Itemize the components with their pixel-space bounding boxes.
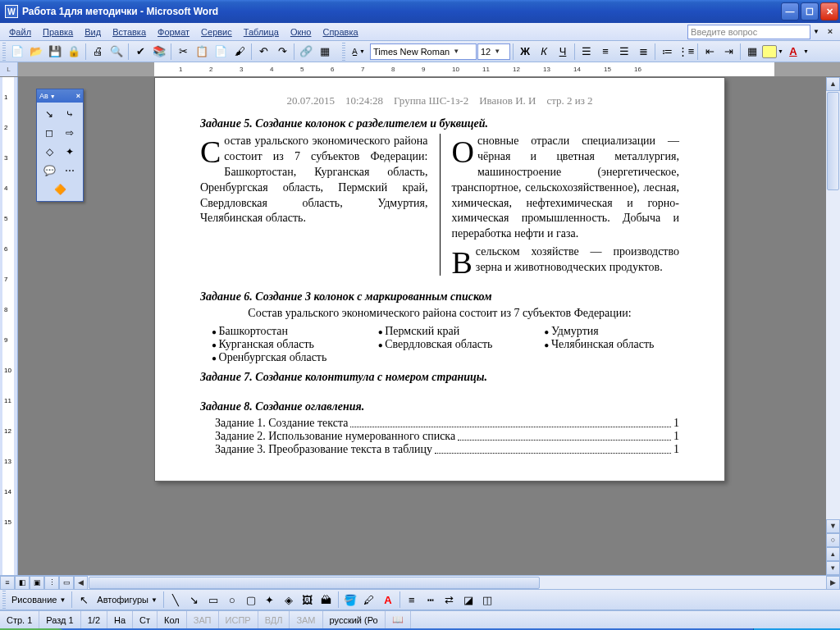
- menu-help[interactable]: Справка: [317, 25, 363, 39]
- prev-page-button[interactable]: ▴: [826, 547, 840, 561]
- floater-titlebar[interactable]: Ав▼ ×: [37, 89, 83, 103]
- menu-file[interactable]: Файл: [3, 25, 37, 39]
- highlight-button[interactable]: [762, 45, 777, 58]
- menu-format[interactable]: Формат: [152, 25, 195, 39]
- status-trk[interactable]: ИСПР: [219, 611, 258, 628]
- status-spellcheck-icon[interactable]: 📖: [386, 611, 411, 628]
- shape-callouts-icon[interactable]: 💬: [39, 162, 59, 180]
- arrow-button[interactable]: ↘: [185, 591, 203, 609]
- maximize-button[interactable]: ☐: [801, 2, 819, 21]
- shape-flowchart-icon[interactable]: ◇: [39, 143, 59, 161]
- menu-window[interactable]: Окно: [285, 25, 317, 39]
- picture-button[interactable]: 🏔: [317, 591, 336, 609]
- rectangle-button[interactable]: ▭: [204, 591, 222, 609]
- reading-view-button[interactable]: ▭: [59, 576, 74, 590]
- help-search-input[interactable]: [687, 25, 810, 39]
- horizontal-ruler[interactable]: L 12345678910111213141516: [0, 62, 840, 77]
- hscroll-thumb[interactable]: [89, 577, 540, 589]
- open-button[interactable]: 📂: [27, 43, 45, 61]
- tables-button[interactable]: ▦: [316, 43, 334, 61]
- scroll-up-button[interactable]: ▲: [826, 77, 840, 91]
- clipart-button[interactable]: 🖼: [299, 591, 317, 609]
- cut-button[interactable]: ✂: [174, 43, 192, 61]
- align-center-button[interactable]: ≡: [596, 43, 614, 61]
- fill-color-button[interactable]: 🪣: [341, 591, 359, 609]
- menu-table[interactable]: Таблица: [238, 25, 285, 39]
- print-preview-button[interactable]: 🔍: [107, 43, 126, 61]
- vertical-ruler[interactable]: 123456789101112131415: [0, 77, 18, 575]
- font-color-button[interactable]: A: [784, 43, 802, 61]
- print-layout-view-button[interactable]: ▣: [30, 576, 44, 590]
- status-rec[interactable]: ЗАП: [187, 611, 219, 628]
- oval-button[interactable]: ○: [223, 591, 241, 609]
- justify-button[interactable]: ≣: [634, 43, 652, 61]
- shape-block-arrows-icon[interactable]: ⇨: [60, 124, 80, 142]
- line-style-button[interactable]: ≡: [403, 591, 421, 609]
- redo-button[interactable]: ↷: [273, 43, 291, 61]
- status-ovr[interactable]: ЗАМ: [290, 611, 322, 628]
- decrease-indent-button[interactable]: ⇤: [701, 43, 719, 61]
- new-doc-button[interactable]: 📄: [8, 43, 26, 61]
- permission-button[interactable]: 🔒: [65, 43, 83, 61]
- minimize-button[interactable]: —: [781, 2, 799, 21]
- line-color-button[interactable]: 🖊: [360, 591, 378, 609]
- dash-style-button[interactable]: ┅: [422, 591, 440, 609]
- textbox-button[interactable]: ▢: [242, 591, 260, 609]
- bold-button[interactable]: Ж: [516, 43, 534, 61]
- menu-view[interactable]: Вид: [79, 25, 107, 39]
- autoshapes-floater[interactable]: Ав▼ × ↘ ⤷ ◻ ⇨ ◇ ✦ 💬 ⋯ 🔶: [36, 89, 84, 202]
- outline-view-button[interactable]: ⋮: [44, 576, 59, 590]
- hyperlink-button[interactable]: 🔗: [297, 43, 315, 61]
- line-button[interactable]: ╲: [167, 591, 185, 609]
- floater-close-icon[interactable]: ×: [76, 92, 80, 100]
- shape-stars-icon[interactable]: ✦: [60, 143, 80, 161]
- bullet-list-button[interactable]: ⋮≡: [677, 43, 695, 61]
- status-lang[interactable]: русский (Ро: [323, 611, 386, 628]
- italic-button[interactable]: К: [535, 43, 553, 61]
- normal-view-button[interactable]: ≡: [0, 576, 15, 590]
- status-ext[interactable]: ВДЛ: [258, 611, 290, 628]
- menu-insert[interactable]: Вставка: [107, 25, 152, 39]
- menu-tools[interactable]: Сервис: [195, 25, 238, 39]
- font-combo[interactable]: Times New Roman▼: [370, 43, 477, 60]
- shadow-button[interactable]: ◪: [459, 591, 477, 609]
- web-view-button[interactable]: ◧: [15, 576, 30, 590]
- shape-other-icon[interactable]: 🔶: [39, 180, 80, 199]
- save-button[interactable]: 💾: [46, 43, 64, 61]
- close-button[interactable]: ✕: [820, 2, 838, 21]
- numbered-list-button[interactable]: ≔: [658, 43, 676, 61]
- next-page-button[interactable]: ▾: [826, 561, 840, 575]
- align-left-button[interactable]: ☰: [578, 43, 596, 61]
- research-button[interactable]: 📚: [150, 43, 168, 61]
- select-objects-button[interactable]: ↖: [75, 591, 93, 609]
- drawing-menu[interactable]: Рисование▼: [8, 595, 69, 605]
- shape-connectors-icon[interactable]: ⤷: [60, 105, 80, 123]
- document-viewport[interactable]: Ав▼ × ↘ ⤷ ◻ ⇨ ◇ ✦ 💬 ⋯ 🔶 20.07.2015 10:24…: [18, 77, 826, 575]
- font-size-combo[interactable]: 12▼: [477, 43, 510, 60]
- arrow-style-button[interactable]: ⇄: [441, 591, 459, 609]
- print-button[interactable]: 🖨: [89, 43, 107, 61]
- shape-lines-icon[interactable]: ↘: [39, 105, 59, 123]
- paste-button[interactable]: 📄: [212, 43, 230, 61]
- scroll-down-button[interactable]: ▼: [826, 519, 840, 533]
- shape-more-icon[interactable]: ⋯: [60, 162, 80, 180]
- menu-edit[interactable]: Правка: [37, 25, 79, 39]
- font-color-button2[interactable]: A: [379, 591, 397, 609]
- close-document-button[interactable]: ×: [824, 25, 837, 39]
- hscroll-left-button[interactable]: ◀: [74, 576, 88, 590]
- underline-button[interactable]: Ч: [554, 43, 572, 61]
- shape-basic-icon[interactable]: ◻: [39, 124, 59, 142]
- select-browse-object-button[interactable]: ○: [826, 533, 840, 547]
- borders-button[interactable]: ▦: [743, 43, 761, 61]
- style-dropdown[interactable]: A̲▼: [348, 43, 369, 61]
- 3d-button[interactable]: ◫: [478, 591, 496, 609]
- increase-indent-button[interactable]: ⇥: [719, 43, 737, 61]
- document-page[interactable]: 20.07.2015 10:24:28 Группа ШС-1з-2 Ивано…: [154, 77, 725, 482]
- scroll-thumb[interactable]: [827, 92, 839, 190]
- align-right-button[interactable]: ☰: [615, 43, 633, 61]
- hscroll-right-button[interactable]: ▶: [826, 576, 840, 590]
- copy-button[interactable]: 📋: [193, 43, 211, 61]
- format-painter-button[interactable]: 🖌: [231, 43, 249, 61]
- hscroll-track[interactable]: [88, 576, 826, 589]
- vertical-scrollbar[interactable]: ▲ ▼ ○ ▴ ▾: [826, 77, 840, 575]
